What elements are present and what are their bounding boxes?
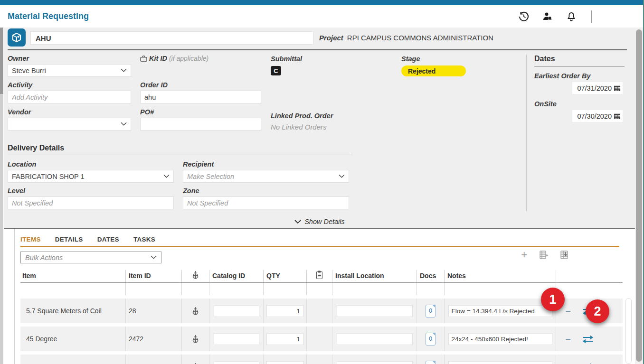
kit-icon <box>140 56 147 62</box>
material-request-icon[interactable] <box>8 28 26 47</box>
item-name: 45 Degree <box>20 355 125 364</box>
remove-item-icon[interactable]: – <box>566 334 571 344</box>
page-scrollbar[interactable] <box>635 28 643 364</box>
left-scrollbar-thumb[interactable] <box>0 28 3 94</box>
model-point-icon[interactable] <box>191 307 199 316</box>
stage-badge: Rejected <box>401 65 466 76</box>
col-notes: Notes <box>444 270 556 282</box>
activity-input[interactable] <box>8 91 131 103</box>
clipboard-icon <box>316 271 323 280</box>
col-catalog-id: Catalog ID <box>209 270 263 282</box>
install-location-input[interactable] <box>337 361 413 364</box>
zone-input[interactable] <box>183 196 349 209</box>
owner-value: Steve Burri <box>12 67 46 75</box>
docs-count-badge[interactable]: 0 <box>426 361 436 364</box>
bulk-actions-select[interactable]: Bulk Actions <box>20 252 161 263</box>
vendor-select[interactable] <box>8 118 131 131</box>
chevron-down-icon <box>294 220 301 224</box>
item-id: 2462 <box>125 355 181 364</box>
qty-input[interactable] <box>266 305 303 317</box>
po-label: PO# <box>140 108 261 116</box>
col-docs: Docs <box>417 270 444 282</box>
grid-add-icon[interactable] <box>540 251 548 259</box>
request-name-input[interactable] <box>30 31 313 45</box>
table-row: 5.7 Square Meters of Coil 28 0 – <box>20 299 623 323</box>
chevron-down-icon <box>163 174 170 178</box>
model-point-icon <box>191 271 199 280</box>
model-point-icon[interactable] <box>191 335 199 344</box>
linked-prod-order-value: No Linked Orders <box>271 123 333 131</box>
owner-select[interactable]: Steve Burri <box>8 64 131 77</box>
item-id: 2472 <box>125 327 181 351</box>
dates-heading: Dates <box>534 55 625 63</box>
table-row: 45 Degree 2462 0 – <box>20 355 623 364</box>
order-id-input[interactable] <box>140 91 261 103</box>
items-filter-row[interactable] <box>20 283 623 295</box>
level-input[interactable] <box>8 196 174 209</box>
location-label: Location <box>8 160 174 168</box>
tab-items[interactable]: ITEMS <box>20 236 41 243</box>
project-label: Project <box>319 34 343 42</box>
page-scrollbar-thumb[interactable] <box>636 29 642 362</box>
catalog-id-input[interactable] <box>214 305 259 317</box>
col-actions <box>556 270 623 282</box>
qty-input[interactable] <box>266 361 303 364</box>
chevron-down-icon <box>339 174 345 178</box>
swap-item-icon[interactable] <box>582 335 594 343</box>
kit-id-label: Kit ID <box>149 55 167 62</box>
submittal-icon[interactable]: C <box>271 66 281 75</box>
chevron-down-icon <box>151 255 157 260</box>
tab-bar: ITEMS DETAILS DATES TASKS <box>20 236 155 243</box>
notes-input[interactable] <box>448 333 552 345</box>
po-input[interactable] <box>140 118 261 131</box>
project-value: RPI CAMPUS COMMONS ADMINISTRATION <box>347 34 493 42</box>
annotation-badge-2: 2 <box>586 299 609 323</box>
catalog-id-input[interactable] <box>214 361 259 364</box>
table-scrollbar-thumb[interactable] <box>625 298 632 364</box>
docs-count-badge[interactable]: 0 <box>426 305 436 317</box>
remove-item-icon[interactable]: – <box>566 306 571 316</box>
linked-prod-order-label: Linked Prod. Order <box>271 112 333 120</box>
notes-input[interactable] <box>448 361 552 364</box>
docs-count-badge[interactable]: 0 <box>426 333 436 345</box>
model-point-icon[interactable] <box>191 363 199 364</box>
catalog-id-input[interactable] <box>214 333 259 345</box>
stage-label: Stage <box>401 55 420 63</box>
user-alerts-icon[interactable] <box>542 11 553 22</box>
table-row: 45 Degree 2472 0 – <box>20 327 623 351</box>
show-details-toggle[interactable]: Show Details <box>4 215 635 228</box>
tab-dates[interactable]: DATES <box>97 236 119 243</box>
annotation-badge-1: 1 <box>541 288 565 311</box>
col-item-id: Item ID <box>125 270 181 282</box>
install-location-input[interactable] <box>337 305 413 317</box>
history-icon[interactable] <box>518 11 530 22</box>
calendar-icon[interactable] <box>614 112 621 120</box>
tab-tasks[interactable]: TASKS <box>133 236 155 243</box>
location-select[interactable]: FABRICATION SHOP 1 <box>8 170 174 183</box>
add-item-icon[interactable]: + <box>521 251 527 259</box>
chevron-down-icon <box>121 68 127 73</box>
recipient-label: Recipient <box>183 160 349 168</box>
earliest-order-by-field[interactable]: 07/31/2020 <box>572 82 623 94</box>
page-title: Material Requesting <box>8 11 89 21</box>
col-qty: QTY <box>263 270 306 282</box>
location-value: FABRICATION SHOP 1 <box>12 173 85 180</box>
header-divider <box>8 49 627 50</box>
bell-icon[interactable] <box>566 11 577 22</box>
vendor-label: Vendor <box>8 108 131 116</box>
calendar-icon[interactable] <box>614 84 621 92</box>
install-location-input[interactable] <box>337 333 413 345</box>
chevron-down-icon <box>121 122 127 126</box>
notes-input[interactable] <box>448 305 552 317</box>
item-name: 5.7 Square Meters of Coil <box>20 299 125 323</box>
top-accent-bar <box>0 0 644 5</box>
left-scrollbar[interactable] <box>0 28 3 364</box>
onsite-field[interactable]: 07/30/2020 <box>572 110 623 122</box>
recipient-select[interactable]: Make Selection <box>183 170 349 183</box>
items-panel: ITEMS DETAILS DATES TASKS Bulk Actions +… <box>4 228 635 364</box>
tab-details[interactable]: DETAILS <box>55 236 83 243</box>
remove-item-icon[interactable]: – <box>566 362 571 364</box>
submittal-label: Submittal <box>271 55 302 63</box>
qty-input[interactable] <box>266 333 303 345</box>
grid-export-icon[interactable] <box>560 251 569 259</box>
